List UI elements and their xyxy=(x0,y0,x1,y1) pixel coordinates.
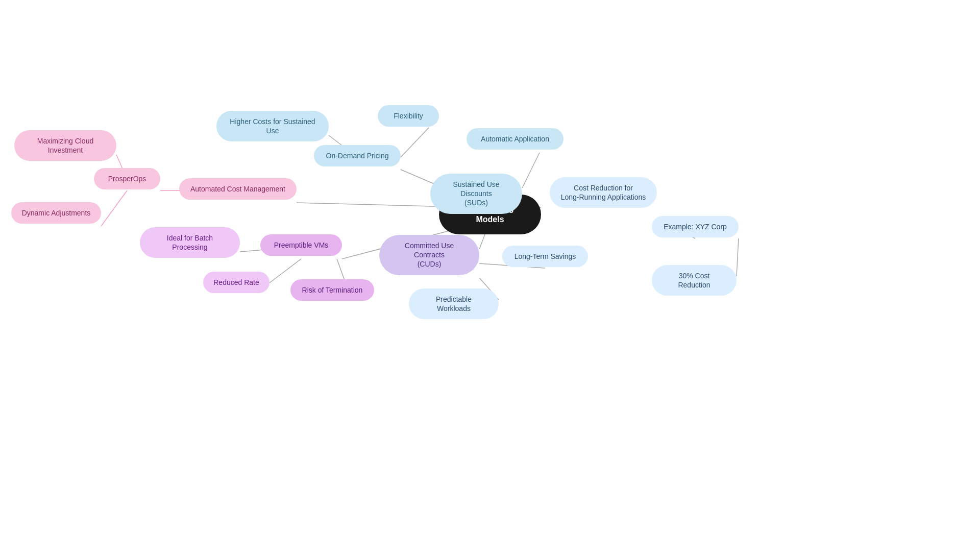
prosperops-node: ProsperOps xyxy=(94,168,160,189)
svg-line-15 xyxy=(522,153,540,188)
svg-line-1 xyxy=(401,128,429,157)
reduced-rate-node: Reduced Rate xyxy=(203,272,270,293)
higher-costs-node: Higher Costs for Sustained Use xyxy=(216,111,329,141)
risk-termination-node: Risk of Termination xyxy=(290,279,374,301)
svg-line-18 xyxy=(737,238,739,276)
sustained-use-node: Sustained Use Discounts (SUDs) xyxy=(430,174,522,214)
cost-30-node: 30% Cost Reduction xyxy=(652,265,737,296)
flexibility-node: Flexibility xyxy=(378,105,439,127)
automatic-app-node: Automatic Application xyxy=(467,128,564,150)
svg-line-9 xyxy=(270,259,301,283)
example-xyz-node: Example: XYZ Corp xyxy=(652,216,739,237)
ideal-batch-node: Ideal for Batch Processing xyxy=(140,227,240,258)
long-term-node: Long-Term Savings xyxy=(502,246,588,267)
preemptible-node: Preemptible VMs xyxy=(260,234,342,256)
dynamic-node: Dynamic Adjustments xyxy=(11,202,101,224)
svg-line-6 xyxy=(101,190,127,226)
cost-reduction-long-node: Cost Reduction for Long-Running Applicat… xyxy=(550,177,657,208)
maximizing-node: Maximizing Cloud Investment xyxy=(14,130,116,161)
on-demand-node: On-Demand Pricing xyxy=(314,145,401,166)
committed-use-node: Committed Use Contracts (CUDs) xyxy=(379,235,479,275)
predictable-node: Predictable Workloads xyxy=(409,288,499,319)
automated-cost-node: Automated Cost Management xyxy=(179,178,297,200)
